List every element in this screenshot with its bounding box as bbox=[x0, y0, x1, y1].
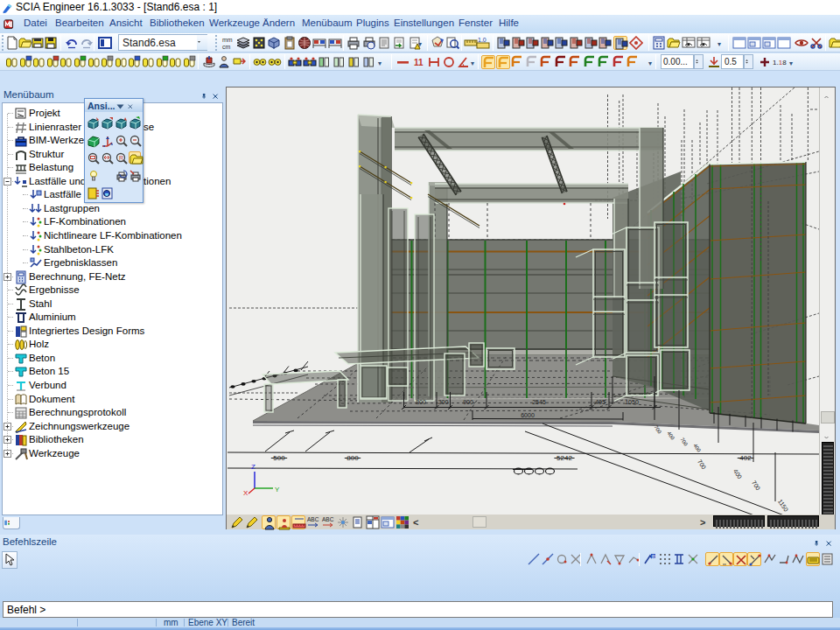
svg-text:900: 900 bbox=[463, 399, 473, 405]
svg-text:11: 11 bbox=[414, 58, 424, 67]
svg-text:ABC: ABC bbox=[322, 516, 334, 522]
svg-text:405: 405 bbox=[595, 399, 606, 405]
svg-text:2545: 2545 bbox=[532, 399, 546, 405]
svg-text:1.18: 1.18 bbox=[773, 59, 787, 66]
svg-text:6000: 6000 bbox=[521, 412, 535, 418]
svg-text:X: X bbox=[243, 489, 248, 497]
svg-text:ABC: ABC bbox=[307, 516, 319, 522]
svg-text:Y: Y bbox=[275, 486, 280, 494]
svg-text:1050: 1050 bbox=[625, 399, 639, 405]
svg-text:R: R bbox=[119, 155, 123, 161]
svg-text:300: 300 bbox=[438, 399, 449, 405]
svg-text:mm: mm bbox=[222, 37, 233, 43]
svg-text:1.0: 1.0 bbox=[478, 37, 486, 43]
svg-text:R: R bbox=[652, 554, 655, 559]
svg-text:Z: Z bbox=[251, 463, 256, 471]
svg-text:800: 800 bbox=[416, 399, 426, 405]
svg-text:cm: cm bbox=[222, 44, 231, 50]
